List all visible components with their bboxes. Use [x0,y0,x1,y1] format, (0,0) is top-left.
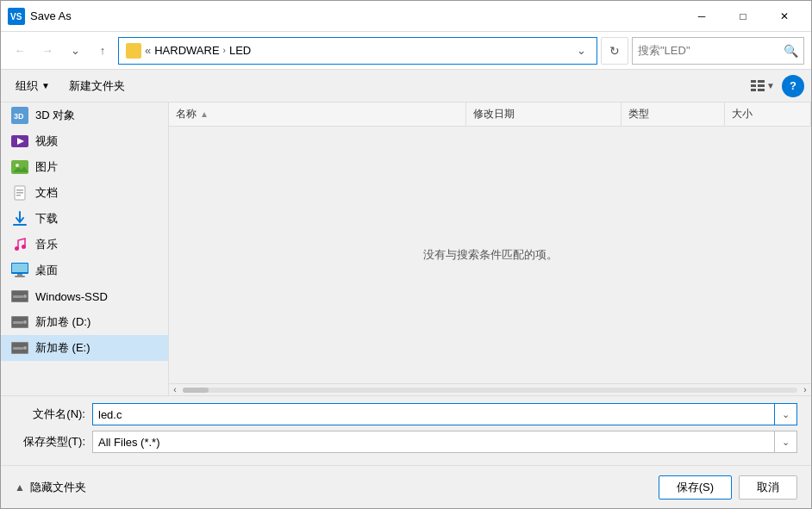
search-input[interactable] [638,44,784,57]
view-button[interactable]: ▼ [749,75,777,97]
svg-rect-5 [758,84,765,87]
col-header-type[interactable]: 类型 [621,102,725,126]
title-bar: VS Save As ─ □ ✕ [1,1,811,32]
sort-icon-name: ▲ [200,109,209,119]
svg-rect-4 [751,84,756,87]
h-scroll-track[interactable] [183,388,797,393]
path-chevron: › [223,46,226,55]
filetype-label: 保存类型(T): [15,434,92,450]
search-box[interactable]: 🔍 [632,37,804,65]
svg-rect-24 [17,274,22,276]
h-scroll-right-button[interactable]: › [799,384,811,396]
sidebar-item-windows-ssd[interactable]: Windows-SSD [1,283,168,309]
document-icon [11,184,28,202]
svg-rect-23 [12,264,28,272]
sidebar-item-drive-e[interactable]: 新加卷 (E:) [1,335,168,361]
view-dropdown-icon: ▼ [766,81,775,90]
picture-icon [11,158,28,176]
forward-button[interactable]: → [35,39,59,63]
download-icon [11,210,28,227]
sidebar-label-document: 文档 [35,185,58,201]
close-button[interactable]: ✕ [765,3,804,29]
svg-point-20 [15,246,19,251]
svg-rect-32 [13,321,23,324]
col-header-size[interactable]: 大小 [725,102,811,126]
svg-point-33 [23,320,27,324]
3d-icon: 3D [11,107,28,124]
organize-button[interactable]: 组织 ▼ [8,75,58,97]
refresh-button[interactable]: ↻ [601,37,628,65]
sidebar-item-drive-d[interactable]: 新加卷 (D:) [1,309,168,335]
sidebar-item-3d[interactable]: 3D 3D 对象 [1,102,168,128]
filetype-value: All Files (*.*) [98,436,160,449]
file-list-header: 名称 ▲ 修改日期 类型 大小 [169,102,811,127]
recent-locations-button[interactable]: ⌄ [63,39,87,63]
col-header-name[interactable]: 名称 ▲ [169,102,466,126]
sidebar-item-video[interactable]: 视频 [1,128,168,154]
svg-rect-25 [15,276,25,277]
minimize-button[interactable]: ─ [682,3,721,29]
new-folder-button[interactable]: 新建文件夹 [61,75,133,97]
dialog-title: Save As [30,9,682,22]
help-button[interactable]: ? [782,75,804,97]
music-icon [11,236,28,253]
sidebar-item-document[interactable]: 文档 [1,180,168,206]
sidebar-label-download: 下载 [35,211,58,227]
desktop-icon [11,262,28,279]
maximize-button[interactable]: □ [723,3,763,29]
h-scroll-thumb[interactable] [183,388,209,393]
filename-row: 文件名(N): ⌄ [15,403,797,425]
svg-point-21 [22,245,26,249]
sidebar-label-drive-e: 新加卷 (E:) [35,340,91,356]
sidebar-item-download[interactable]: 下载 [1,206,168,232]
sidebar-label-video: 视频 [35,133,58,149]
horizontal-scrollbar[interactable]: ‹ › [169,383,811,395]
sidebar: 3D 3D 对象 视频 [1,102,169,395]
filename-dropdown-button[interactable]: ⌄ [775,403,797,425]
sidebar-label-windows-ssd: Windows-SSD [35,290,108,303]
toolbar: 组织 ▼ 新建文件夹 ▼ ? [1,70,811,102]
hide-folders-label: 隐藏文件夹 [30,480,86,495]
path-dropdown-button[interactable]: ⌄ [572,44,590,57]
save-as-dialog: VS Save As ─ □ ✕ ← → ⌄ ↑ « HARDWARE › LE… [0,0,812,509]
sidebar-item-picture[interactable]: 图片 [1,154,168,180]
address-path[interactable]: « HARDWARE › LED ⌄ [118,37,597,65]
svg-point-29 [23,295,27,298]
toolbar-right: ▼ ? [749,75,804,97]
svg-rect-17 [16,192,23,194]
drive-e-icon [11,339,28,357]
hide-folders-icon: ▲ [15,481,25,493]
sidebar-label-desktop: 桌面 [35,263,58,278]
path-part-led[interactable]: LED [229,44,251,57]
main-area: 3D 3D 对象 视频 [1,102,811,395]
svg-rect-6 [751,89,756,91]
sidebar-item-music[interactable]: 音乐 [1,232,168,258]
sidebar-label-3d: 3D 对象 [35,108,75,123]
col-type-label: 类型 [628,107,649,121]
filename-input[interactable] [92,403,775,425]
up-button[interactable]: ↑ [91,39,115,63]
svg-rect-19 [13,224,27,226]
sidebar-item-desktop[interactable]: 桌面 [1,258,168,283]
col-header-date[interactable]: 修改日期 [466,102,621,126]
save-button[interactable]: 保存(S) [659,475,732,500]
organize-label: 组织 [16,78,38,94]
path-part-hardware[interactable]: HARDWARE [154,44,219,57]
bottom-inputs: 文件名(N): ⌄ 保存类型(T): All Files (*.*) ⌄ [1,395,811,465]
cancel-button[interactable]: 取消 [739,475,797,500]
back-button[interactable]: ← [8,39,32,63]
hide-folders-toggle[interactable]: ▲ 隐藏文件夹 [15,480,86,495]
filetype-select[interactable]: All Files (*.*) [92,431,775,453]
h-scroll-left-button[interactable]: ‹ [169,384,181,396]
sidebar-label-picture: 图片 [35,159,58,175]
svg-rect-2 [751,80,756,83]
file-list-body: 没有与搜索条件匹配的项。 [169,127,811,383]
new-folder-label: 新建文件夹 [69,78,125,94]
drive-d-icon [11,313,28,331]
path-separator-prefix: « [145,44,151,57]
svg-text:3D: 3D [14,112,24,121]
svg-rect-18 [16,195,21,196]
svg-rect-28 [13,295,23,298]
video-icon [11,133,28,150]
filetype-dropdown-button[interactable]: ⌄ [775,431,797,453]
